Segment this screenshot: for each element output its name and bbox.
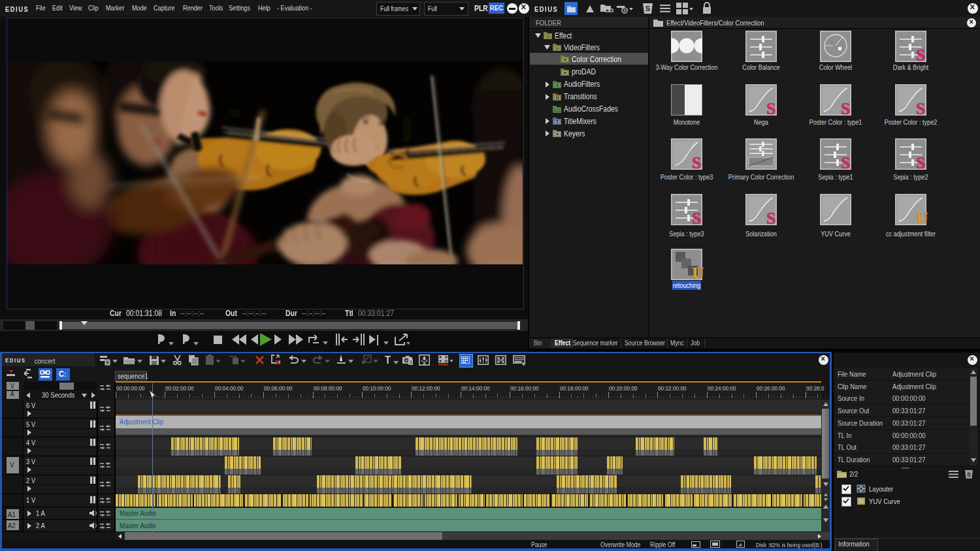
svg-text:S: S <box>645 5 650 12</box>
svg-text:m: m <box>547 35 550 39</box>
svg-text:H: H <box>556 95 559 100</box>
svg-text:CC: CC <box>555 108 561 112</box>
svg-text:m: m <box>556 46 559 50</box>
svg-text:T: T <box>556 119 559 124</box>
svg-text:S: S <box>967 471 971 478</box>
